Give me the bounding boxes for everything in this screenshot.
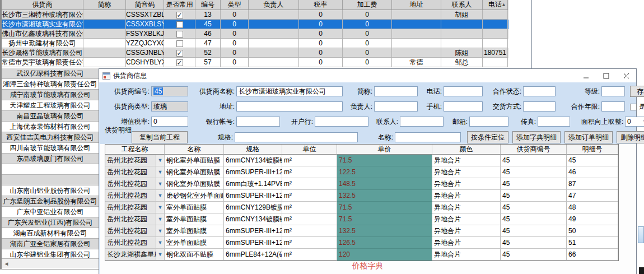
detail-column-header[interactable]: 名称 — [165, 145, 224, 155]
common-use-checkbox[interactable] — [176, 21, 183, 28]
common-use-checkbox[interactable] — [176, 50, 183, 57]
detail-cell[interactable]: 异地合片 — [432, 155, 501, 166]
detail-cell[interactable]: 45 — [501, 190, 567, 202]
detail-cell[interactable]: 钢化室外单面贴膜 — [165, 155, 224, 166]
scrollbar-left-icon[interactable]: ◄ — [2, 259, 11, 268]
locate-button[interactable]: 按条件定位 — [467, 131, 508, 143]
grade-field[interactable] — [601, 86, 625, 96]
detail-row[interactable]: 岳州北控花园▼钢化室外单面贴膜6mm白玻+1.14PVB+6mm...m²148… — [105, 178, 618, 190]
dialog-titlebar[interactable]: 供货商信息 — [99, 69, 636, 82]
detail-cell[interactable]: 室外单面贴膜 — [165, 202, 224, 213]
detail-cell[interactable]: m² — [282, 178, 337, 190]
short-name-field[interactable] — [374, 86, 418, 96]
scrollbar-up-icon[interactable]: ▲ — [500, 1, 507, 8]
detail-cell[interactable]: 45 — [501, 225, 567, 237]
detail-cell[interactable]: 室外单面贴膜 — [165, 225, 224, 237]
detail-cell[interactable]: 51 — [567, 237, 618, 249]
supplier-row[interactable]: 扬州中勤建材有限公司YZZQJCYXGS47000 — [2, 39, 508, 48]
detail-cell[interactable]: 异地合片 — [432, 178, 501, 190]
detail-cell[interactable]: m² — [282, 249, 337, 261]
price-cell[interactable]: 71.5 — [337, 213, 432, 225]
detail-cell[interactable]: m² — [282, 155, 337, 166]
column-header[interactable]: 简音码 — [126, 0, 164, 10]
detail-cell[interactable]: 6mmSUPER-III+12A(硅... — [224, 166, 282, 178]
horizontal-scrollbar[interactable]: ◄ — [2, 258, 99, 268]
coop-years-field[interactable] — [601, 101, 625, 112]
detail-cell[interactable]: 异地合片 — [432, 190, 501, 202]
supplier-no-field[interactable]: 45 — [151, 86, 188, 96]
detail-cell[interactable]: 45 — [501, 202, 567, 213]
column-header[interactable]: 税率 — [299, 0, 343, 10]
column-header[interactable]: 联系人 — [441, 0, 483, 10]
detail-row[interactable]: 岳州北控花园▼室外单面贴膜6mmSUPER-III+12A(硅...m²126.… — [105, 237, 618, 249]
list-item[interactable]: 南昌亚晶玻璃有限公司 — [2, 111, 99, 122]
detail-row[interactable]: 岳州北控花园▼钢化室外单面贴膜6mmSUPER-III+12A(硅...m²12… — [105, 166, 618, 178]
detail-cell[interactable]: 6mmCNY129B镀膜钢化 — [224, 202, 282, 213]
detail-row[interactable]: 岳州北控花园▼钢化室外单面贴膜6mmCNY134镀膜钢化m²71.5异地合片45… — [105, 155, 618, 166]
detail-column-header[interactable]: 明细号 — [567, 145, 618, 155]
chevron-down-icon[interactable]: ▼ — [156, 178, 164, 189]
column-header[interactable]: 加工费 — [343, 0, 392, 10]
detail-cell[interactable]: 50 — [567, 225, 618, 237]
column-header[interactable]: 简称 — [83, 0, 126, 10]
detail-cell[interactable]: 6mmSUPER-III+12A(硅... — [224, 190, 282, 202]
chevron-down-icon[interactable]: ▼ — [156, 202, 164, 213]
detail-cell[interactable]: 室外单面贴膜 — [165, 213, 224, 225]
detail-cell[interactable]: 45 — [501, 213, 567, 225]
price-cell[interactable]: 122.5 — [337, 166, 432, 178]
list-item[interactable]: 广东兴发铝业(江西)有限公司 — [2, 217, 99, 228]
detail-cell[interactable]: 磨砂钢化室外单面贴膜 — [165, 190, 224, 202]
save-return-button[interactable]: 存盘返回 — [630, 86, 644, 97]
detail-column-header[interactable]: 颜色 — [432, 145, 501, 155]
detail-row[interactable]: 岳州北控花园▼室外单面贴膜6mmSUPER-III+12A(硅...m²132.… — [105, 225, 618, 237]
list-item[interactable]: 广东坚朗五金制品股份有限公司 — [2, 196, 99, 207]
chevron-down-icon[interactable]: ▼ — [156, 225, 164, 236]
supplier-row[interactable]: 佛山市亿鑫玻璃科技有限公司FSSYXBLKJ..46000 — [2, 29, 508, 39]
common-checkbox[interactable] — [630, 104, 637, 110]
supplier-row[interactable]: 长沙市潇湘玻璃实业有限公司CSSXXBLSY..45000 — [2, 20, 508, 29]
detail-cell[interactable]: 异地合片 — [432, 249, 501, 261]
chevron-down-icon[interactable]: ▼ — [156, 237, 164, 248]
column-header[interactable]: 地址 — [392, 0, 441, 10]
detail-cell[interactable]: 6mmPLE84+12A(硅酮胶... — [224, 249, 282, 261]
detail-cell[interactable]: 46 — [567, 166, 618, 178]
detail-cell[interactable]: 异地合片 — [432, 202, 501, 213]
detail-cell[interactable]: m² — [282, 213, 337, 225]
spec-input[interactable] — [235, 132, 358, 142]
delete-detail-button[interactable]: 删除明细 — [617, 131, 644, 143]
detail-cell[interactable]: 6mmCNY134镀膜钢化 — [224, 155, 282, 166]
list-item[interactable]: 广东中亚铝业有限公司 — [2, 207, 99, 217]
chevron-down-icon[interactable]: ▼ — [156, 249, 164, 260]
detail-row[interactable]: 岳州北控花园▼室外单面贴膜6mmCNY129B镀膜钢化m²71.5异地合片454… — [105, 202, 618, 213]
list-item[interactable]: 天津耀皮工程玻璃有限公司 — [2, 100, 99, 111]
detail-cell[interactable]: 45 — [501, 166, 567, 178]
list-item[interactable]: 四川南玻节能玻璃有限公司 — [2, 143, 99, 154]
list-item[interactable]: 东晶玻璃厦门有限公司 — [2, 154, 99, 164]
project-combobox[interactable]: 岳州北控花园▼ — [105, 225, 165, 237]
list-item[interactable] — [2, 164, 99, 175]
project-combobox[interactable]: 岳州北控花园▼ — [105, 166, 165, 178]
detail-cell[interactable]: 45 — [501, 155, 567, 166]
detail-cell[interactable]: m² — [282, 237, 337, 249]
detail-column-header[interactable]: 工程名称 — [105, 145, 165, 155]
detail-cell[interactable]: 45 — [501, 249, 567, 261]
detail-cell[interactable]: 钢化双面不贴膜 — [165, 249, 224, 261]
coop-status-field[interactable] — [523, 86, 556, 96]
detail-column-header[interactable]: 供货商编号 — [501, 145, 567, 155]
detail-cell[interactable]: 6mm白玻+1.14PVB+6mm... — [224, 178, 282, 190]
list-item[interactable] — [2, 175, 99, 185]
address-field[interactable] — [236, 101, 343, 112]
price-cell[interactable]: 120 — [337, 249, 432, 261]
detail-cell[interactable]: 45 — [501, 178, 567, 190]
contact-field[interactable] — [400, 117, 444, 127]
supplier-row[interactable]: 长沙市三湘特种玻璃有限公司CSSSXTZBL..13000胡姐 — [2, 10, 508, 20]
add-order-detail-button[interactable]: 添加订单明细 — [564, 131, 613, 143]
price-cell[interactable]: 148.5 — [337, 178, 432, 190]
common-use-checkbox[interactable] — [176, 40, 183, 47]
detail-column-header[interactable]: 规格 — [224, 145, 282, 155]
detail-cell[interactable]: 钢化室外单面贴膜 — [165, 166, 224, 178]
detail-cell[interactable]: 6mmSUPER-III+12A(硅... — [224, 225, 282, 237]
detail-column-header[interactable]: 单价 — [337, 145, 432, 155]
detail-cell[interactable]: 45 — [567, 155, 618, 166]
round-up-combobox[interactable]: 0▼ — [625, 117, 644, 127]
